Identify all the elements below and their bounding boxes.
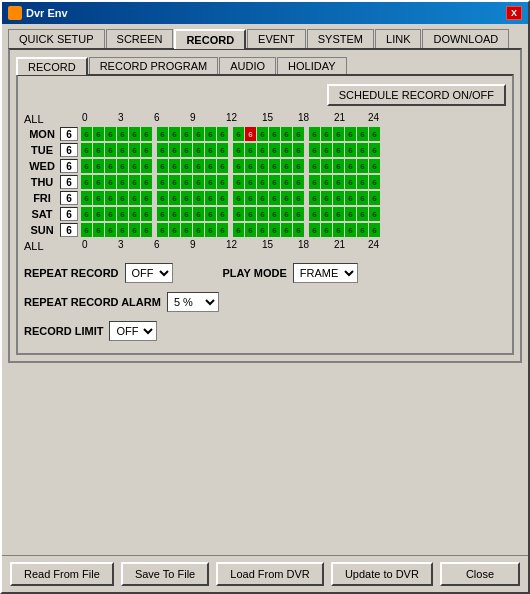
cell-wed-10[interactable]: 6: [205, 159, 216, 173]
cell-tue-17[interactable]: 6: [293, 143, 304, 157]
cell-wed-17[interactable]: 6: [293, 159, 304, 173]
cell-sat-18[interactable]: 6: [309, 207, 320, 221]
cell-fri-11[interactable]: 6: [217, 191, 228, 205]
cell-thu-20[interactable]: 6: [333, 175, 344, 189]
cell-sat-6[interactable]: 6: [157, 207, 168, 221]
cell-tue-5[interactable]: 6: [141, 143, 152, 157]
cell-fri-15[interactable]: 6: [269, 191, 280, 205]
tab-screen[interactable]: SCREEN: [106, 29, 174, 49]
cell-sat-20[interactable]: 6: [333, 207, 344, 221]
cell-sat-19[interactable]: 6: [321, 207, 332, 221]
cell-wed-11[interactable]: 6: [217, 159, 228, 173]
cell-thu-7[interactable]: 6: [169, 175, 180, 189]
cell-wed-2[interactable]: 6: [105, 159, 116, 173]
cell-sun-6[interactable]: 6: [157, 223, 168, 237]
cell-tue-20[interactable]: 6: [333, 143, 344, 157]
cell-thu-12[interactable]: 6: [233, 175, 244, 189]
cell-wed-6[interactable]: 6: [157, 159, 168, 173]
tab-download[interactable]: DOWNLOAD: [422, 29, 509, 49]
cell-mon-7[interactable]: 6: [169, 127, 180, 141]
cell-tue-1[interactable]: 6: [93, 143, 104, 157]
cell-wed-16[interactable]: 6: [281, 159, 292, 173]
cell-tue-8[interactable]: 6: [181, 143, 192, 157]
cell-mon-2[interactable]: 6: [105, 127, 116, 141]
cell-tue-23[interactable]: 6: [369, 143, 380, 157]
cell-sat-9[interactable]: 6: [193, 207, 204, 221]
cell-thu-3[interactable]: 6: [117, 175, 128, 189]
cell-wed-20[interactable]: 6: [333, 159, 344, 173]
cell-mon-13[interactable]: 6: [245, 127, 256, 141]
cell-wed-1[interactable]: 6: [93, 159, 104, 173]
update-to-dvr-button[interactable]: Update to DVR: [331, 562, 433, 586]
cell-sat-12[interactable]: 6: [233, 207, 244, 221]
cell-sun-11[interactable]: 6: [217, 223, 228, 237]
cell-sat-3[interactable]: 6: [117, 207, 128, 221]
cell-sun-0[interactable]: 6: [81, 223, 92, 237]
cell-sun-1[interactable]: 6: [93, 223, 104, 237]
cell-sun-19[interactable]: 6: [321, 223, 332, 237]
cell-tue-14[interactable]: 6: [257, 143, 268, 157]
cell-fri-13[interactable]: 6: [245, 191, 256, 205]
cell-mon-3[interactable]: 6: [117, 127, 128, 141]
cell-thu-4[interactable]: 6: [129, 175, 140, 189]
cell-sun-16[interactable]: 6: [281, 223, 292, 237]
cell-thu-18[interactable]: 6: [309, 175, 320, 189]
cell-fri-2[interactable]: 6: [105, 191, 116, 205]
cell-mon-12[interactable]: 6: [233, 127, 244, 141]
cell-mon-0[interactable]: 6: [81, 127, 92, 141]
tab-link[interactable]: LINK: [375, 29, 421, 49]
cell-fri-23[interactable]: 6: [369, 191, 380, 205]
cell-sun-9[interactable]: 6: [193, 223, 204, 237]
tab-event[interactable]: EVENT: [247, 29, 306, 49]
cell-fri-12[interactable]: 6: [233, 191, 244, 205]
cell-mon-19[interactable]: 6: [321, 127, 332, 141]
cell-thu-5[interactable]: 6: [141, 175, 152, 189]
cell-tue-21[interactable]: 6: [345, 143, 356, 157]
cell-mon-8[interactable]: 6: [181, 127, 192, 141]
cell-tue-12[interactable]: 6: [233, 143, 244, 157]
cell-wed-23[interactable]: 6: [369, 159, 380, 173]
cell-sun-4[interactable]: 6: [129, 223, 140, 237]
cell-wed-0[interactable]: 6: [81, 159, 92, 173]
cell-sat-22[interactable]: 6: [357, 207, 368, 221]
cell-sun-20[interactable]: 6: [333, 223, 344, 237]
cell-sun-21[interactable]: 6: [345, 223, 356, 237]
cell-sun-15[interactable]: 6: [269, 223, 280, 237]
tab-quick-setup[interactable]: QUICK SETUP: [8, 29, 105, 49]
cell-wed-4[interactable]: 6: [129, 159, 140, 173]
cell-sat-0[interactable]: 6: [81, 207, 92, 221]
cell-tue-18[interactable]: 6: [309, 143, 320, 157]
cell-fri-8[interactable]: 6: [181, 191, 192, 205]
cell-fri-1[interactable]: 6: [93, 191, 104, 205]
fps-fri[interactable]: 6: [60, 191, 78, 205]
cell-thu-9[interactable]: 6: [193, 175, 204, 189]
cell-sat-23[interactable]: 6: [369, 207, 380, 221]
cell-sun-10[interactable]: 6: [205, 223, 216, 237]
cell-thu-15[interactable]: 6: [269, 175, 280, 189]
cell-thu-8[interactable]: 6: [181, 175, 192, 189]
load-from-dvr-button[interactable]: Load From DVR: [216, 562, 323, 586]
tab-record-program[interactable]: RECORD PROGRAM: [89, 57, 219, 75]
cell-sun-12[interactable]: 6: [233, 223, 244, 237]
cell-sat-14[interactable]: 6: [257, 207, 268, 221]
cell-wed-18[interactable]: 6: [309, 159, 320, 173]
tab-system[interactable]: SYSTEM: [307, 29, 374, 49]
cell-mon-21[interactable]: 6: [345, 127, 356, 141]
cell-wed-3[interactable]: 6: [117, 159, 128, 173]
cell-sun-8[interactable]: 6: [181, 223, 192, 237]
cell-sat-8[interactable]: 6: [181, 207, 192, 221]
cell-thu-1[interactable]: 6: [93, 175, 104, 189]
cell-mon-22[interactable]: 6: [357, 127, 368, 141]
cell-tue-19[interactable]: 6: [321, 143, 332, 157]
cell-sun-7[interactable]: 6: [169, 223, 180, 237]
close-button-bottom[interactable]: Close: [440, 562, 520, 586]
cell-sun-14[interactable]: 6: [257, 223, 268, 237]
cell-mon-15[interactable]: 6: [269, 127, 280, 141]
cell-tue-0[interactable]: 6: [81, 143, 92, 157]
cell-mon-17[interactable]: 6: [293, 127, 304, 141]
cell-tue-22[interactable]: 6: [357, 143, 368, 157]
cell-tue-16[interactable]: 6: [281, 143, 292, 157]
cell-thu-2[interactable]: 6: [105, 175, 116, 189]
cell-sat-21[interactable]: 6: [345, 207, 356, 221]
cell-tue-2[interactable]: 6: [105, 143, 116, 157]
